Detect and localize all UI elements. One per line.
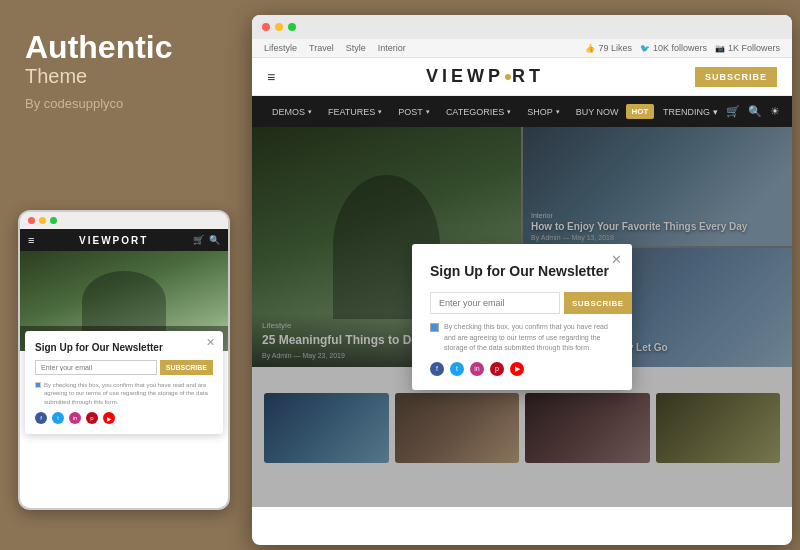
nav-buy-now-label: BUY NOW: [576, 107, 619, 117]
nav-demos-caret: ▾: [308, 108, 312, 116]
mobile-twitter-icon[interactable]: t: [52, 412, 64, 424]
nav-theme-icon[interactable]: ☀: [770, 105, 780, 118]
topbar-link-interior[interactable]: Interior: [378, 43, 406, 53]
mobile-dot-red: [28, 217, 35, 224]
twitter-icon: 🐦: [640, 44, 650, 53]
nav-features-caret: ▾: [378, 108, 382, 116]
topbar: Lifestyle Travel Style Interior 👍 79 Lik…: [252, 39, 792, 58]
nav-trending-label: TRENDING: [663, 107, 710, 117]
newsletter-popup-title: Sign Up for Our Newsletter: [430, 262, 614, 280]
mobile-nav: ≡ VIEWPORT 🛒 🔍: [20, 229, 228, 251]
popup-pinterest-icon[interactable]: p: [490, 362, 504, 376]
newsletter-legal-text: By checking this box, you confirm that y…: [444, 322, 614, 354]
mobile-email-input[interactable]: [35, 360, 157, 375]
newsletter-popup: ✕ Sign Up for Our Newsletter SUBSCRIBE B…: [412, 244, 632, 390]
facebook-stat: 👍 79 Likes: [585, 43, 632, 53]
nav-right: TRENDING ▾ 🛒 🔍 ☀: [663, 105, 780, 118]
nav-categories-caret: ▾: [507, 108, 511, 116]
mobile-facebook-icon[interactable]: f: [35, 412, 47, 424]
nav-categories[interactable]: CATEGORIES ▾: [438, 96, 519, 127]
mobile-dot-green: [50, 217, 57, 224]
facebook-count: 79 Likes: [598, 43, 632, 53]
site-header: ≡ VIEWPRT SUBSCRIBE: [252, 58, 792, 96]
header-subscribe-button[interactable]: SUBSCRIBE: [695, 67, 777, 87]
nav-post-caret: ▾: [426, 108, 430, 116]
popup-twitter-icon[interactable]: t: [450, 362, 464, 376]
topbar-link-lifestyle[interactable]: Lifestyle: [264, 43, 297, 53]
mobile-search-icon: 🔍: [209, 235, 220, 245]
mobile-social-links: f t in p ▶: [35, 412, 213, 424]
mobile-subscribe-button[interactable]: SUBSCRIBE: [160, 360, 213, 375]
nav-search-icon[interactable]: 🔍: [748, 105, 762, 118]
main-browser-window: Lifestyle Travel Style Interior 👍 79 Lik…: [252, 15, 792, 545]
browser-dot-green: [288, 23, 296, 31]
popup-youtube-icon[interactable]: ▶: [510, 362, 524, 376]
nav-buy-now[interactable]: BUY NOW HOT: [568, 96, 663, 127]
nav-categories-label: CATEGORIES: [446, 107, 504, 117]
mobile-window-controls: [20, 212, 228, 229]
instagram-count: 1K Followers: [728, 43, 780, 53]
mobile-legal-text: By checking this box, you confirm that y…: [44, 381, 213, 406]
mobile-agree-checkbox[interactable]: [35, 382, 41, 388]
newsletter-subscribe-button[interactable]: SUBSCRIBE: [564, 292, 632, 314]
browser-dot-yellow: [275, 23, 283, 31]
mobile-dot-yellow: [39, 217, 46, 224]
nav-post[interactable]: POST ▾: [390, 96, 438, 127]
mobile-cart-icon: 🛒: [193, 235, 204, 245]
instagram-stat: 📷 1K Followers: [715, 43, 780, 53]
nav-shop[interactable]: SHOP ▾: [519, 96, 568, 127]
twitter-count: 10K followers: [653, 43, 707, 53]
topbar-link-travel[interactable]: Travel: [309, 43, 334, 53]
popup-facebook-icon[interactable]: f: [430, 362, 444, 376]
nav-trending-caret: ▾: [713, 107, 718, 117]
mobile-youtube-icon[interactable]: ▶: [103, 412, 115, 424]
nav-post-label: POST: [398, 107, 423, 117]
nav-features[interactable]: FEATURES ▾: [320, 96, 390, 127]
nav-bar: DEMOS ▾ FEATURES ▾ POST ▾ CATEGORIES ▾ S…: [252, 96, 792, 127]
browser-dot-red: [262, 23, 270, 31]
nav-hot-badge: HOT: [626, 104, 655, 119]
logo-dot: [505, 74, 511, 80]
topbar-link-style[interactable]: Style: [346, 43, 366, 53]
nav-shop-caret: ▾: [556, 108, 560, 116]
nav-demos-label: DEMOS: [272, 107, 305, 117]
mobile-body: Lifestyle 25 Meaningful Thi... Do in 30 …: [20, 251, 228, 510]
mobile-instagram-icon[interactable]: in: [69, 412, 81, 424]
mobile-newsletter-popup: ✕ Sign Up for Our Newsletter SUBSCRIBE B…: [25, 331, 223, 434]
mobile-newsletter-title: Sign Up for Our Newsletter: [35, 341, 213, 354]
twitter-stat: 🐦 10K followers: [640, 43, 707, 53]
mobile-nav-icons: 🛒 🔍: [193, 235, 220, 245]
newsletter-input-row: SUBSCRIBE: [430, 292, 614, 314]
popup-overlay: ✕ Sign Up for Our Newsletter SUBSCRIBE B…: [252, 127, 792, 507]
brand-title: Authentic Theme By codesupplyco: [25, 30, 220, 111]
browser-chrome: [252, 15, 792, 39]
nav-features-label: FEATURES: [328, 107, 375, 117]
mobile-newsletter-form: SUBSCRIBE: [35, 360, 213, 375]
nav-trending[interactable]: TRENDING ▾: [663, 107, 718, 117]
mobile-checkbox-row: By checking this box, you confirm that y…: [35, 381, 213, 406]
instagram-icon: 📷: [715, 44, 725, 53]
nav-demos[interactable]: DEMOS ▾: [264, 96, 320, 127]
nav-shop-label: SHOP: [527, 107, 553, 117]
mobile-pinterest-icon[interactable]: p: [86, 412, 98, 424]
popup-instagram-icon[interactable]: in: [470, 362, 484, 376]
popup-close-button[interactable]: ✕: [611, 252, 622, 267]
facebook-icon: 👍: [585, 44, 595, 53]
topbar-social: 👍 79 Likes 🐦 10K followers 📷 1K Follower…: [585, 43, 780, 53]
newsletter-checkbox-row: By checking this box, you confirm that y…: [430, 322, 614, 354]
mobile-popup-close-button[interactable]: ✕: [206, 336, 215, 349]
topbar-links: Lifestyle Travel Style Interior: [264, 43, 406, 53]
hamburger-icon[interactable]: ≡: [267, 69, 275, 85]
left-panel: Authentic Theme By codesupplyco ≡ VIEWPO…: [0, 0, 245, 550]
site-logo: VIEWPRT: [426, 66, 544, 87]
nav-left: DEMOS ▾ FEATURES ▾ POST ▾ CATEGORIES ▾ S…: [264, 96, 662, 127]
mobile-logo: VIEWPORT: [79, 235, 148, 246]
mobile-mockup: ≡ VIEWPORT 🛒 🔍 Lifestyle 25 Meaningful T…: [18, 210, 230, 510]
nav-cart-icon[interactable]: 🛒: [726, 105, 740, 118]
newsletter-agree-checkbox[interactable]: [430, 323, 439, 332]
newsletter-social-links: f t in p ▶: [430, 362, 614, 376]
newsletter-email-input[interactable]: [430, 292, 560, 314]
mobile-hamburger-icon[interactable]: ≡: [28, 234, 34, 246]
content-area: Lifestyle 25 Meaningful Things to Do in …: [252, 127, 792, 507]
